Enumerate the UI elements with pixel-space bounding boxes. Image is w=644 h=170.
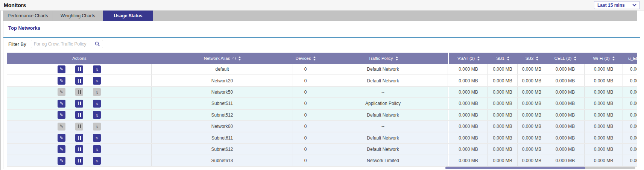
edit-button[interactable]: ✎ [58,145,65,153]
actions-cell: ✎ ↑↓ [7,121,152,132]
page-title: Monitors [4,2,26,8]
pause-icon [78,67,81,71]
devices-cell: 0 [293,75,318,86]
table-row: ✎ ↑↓ Network60 0 -- 0.000 MB0.000 MB0.00… [7,121,637,132]
tab-weighting-charts[interactable]: Weighting Charts [53,11,103,21]
devices-cell: 0 [293,98,318,109]
pause-button[interactable] [75,145,83,153]
metric-cells: 0.000 MB0.000 MB0.000 MB0.000 MB0.000 MB… [449,64,637,74]
usage-cell: 0.000 MB [585,64,623,74]
pause-icon [78,79,81,83]
pause-icon [78,113,81,117]
edit-button[interactable]: ✎ [58,111,65,119]
updown-button[interactable]: ↑↓ [93,88,101,96]
metric-cells: 0.000 MB0.000 MB0.000 MB0.000 MB0.000 MB… [449,75,637,86]
usage-cell: 0.000 MB [623,121,637,132]
table-row: ✎ ↑↓ Subnet512 0 Default Network 0.000 M… [7,110,637,121]
top-networks-table: Actions Network Alias Devices Traffic Po… [7,53,637,167]
pause-button[interactable] [75,111,83,119]
pause-button[interactable] [75,100,83,108]
updown-button[interactable]: ↑↓ [93,123,101,131]
sort-arrows-icon[interactable] [536,56,538,61]
pause-button[interactable] [75,134,83,142]
filter-input-box [31,40,103,48]
pause-button[interactable] [75,88,83,96]
edit-button[interactable]: ✎ [58,77,65,85]
pause-button[interactable] [75,123,83,131]
filter-label: Filter By [8,41,26,47]
chevron-down-icon [632,4,636,6]
up-down-icon: ↑↓ [95,113,99,117]
filter-input[interactable] [34,41,95,47]
sort-arrows-icon[interactable] [507,56,509,61]
tab-performance-charts[interactable]: Performance Charts [3,11,53,21]
usage-cell: 0.000 MB [449,121,488,132]
usage-cell: 0.000 MB [449,110,488,120]
usage-cell: 0.000 MB [488,75,518,86]
refresh-icon[interactable] [232,56,237,61]
column-header-metric[interactable]: SB1 [488,53,518,64]
edit-button[interactable]: ✎ [58,65,65,73]
sort-arrows-icon[interactable] [396,56,398,61]
time-range-value: Last 15 mins [597,3,625,8]
metric-cells: 0.000 MB0.000 MB0.000 MB0.000 MB0.000 MB… [449,144,637,155]
column-header-traffic-policy[interactable]: Traffic Policy [318,53,448,64]
usage-cell: 0.000 MB [585,121,623,132]
updown-button[interactable]: ↑↓ [93,134,101,142]
horizontal-scrollbar[interactable] [445,167,635,169]
usage-cell: 0.000 MB [546,121,585,132]
usage-cell: 0.000 MB [623,144,637,155]
edit-button[interactable]: ✎ [58,88,65,96]
traffic-policy-cell: Default Network [318,132,448,143]
pause-button[interactable] [75,65,83,73]
actions-cell: ✎ ↑↓ [7,64,152,74]
column-header-metric[interactable]: SB2 [518,53,546,64]
usage-cell: 0.000 MB [518,64,546,74]
sort-arrows-icon[interactable] [612,56,615,61]
network-alias-cell: default [152,64,293,74]
devices-cell: 0 [293,87,318,97]
time-range-select[interactable]: Last 15 mins [594,1,640,9]
edit-button[interactable]: ✎ [58,134,65,142]
updown-button[interactable]: ↑↓ [93,157,101,165]
column-header-metric[interactable]: CELL (2) [546,53,585,64]
updown-button[interactable]: ↑↓ [93,145,101,153]
edit-button[interactable]: ✎ [58,100,65,108]
traffic-policy-cell: -- [318,87,448,97]
edit-button[interactable]: ✎ [58,123,65,131]
pause-button[interactable] [75,77,83,85]
pause-icon [78,147,81,151]
column-header-metric[interactable]: VSAT (2) [449,53,488,64]
usage-cell: 0.000 MB [585,110,623,120]
table-row: ✎ ↑↓ Subnet511 0 Application Policy 0.00… [7,98,637,109]
usage-cell: 0.000 MB [623,98,637,109]
sort-arrows-icon[interactable] [477,56,480,61]
table-row: ✎ ↑↓ default 0 Default Network 0.000 MB0… [7,64,637,75]
usage-cell: 0.000 MB [623,110,637,120]
usage-cell: 0.000 MB [488,87,518,97]
horizontal-scrollbar-thumb[interactable] [445,167,585,169]
usage-cell: 0.000 MB [546,132,585,143]
updown-button[interactable]: ↑↓ [93,100,101,108]
usage-cell: 0.000 MB [488,110,518,120]
updown-button[interactable]: ↑↓ [93,77,101,85]
column-header-metric[interactable]: Wi-Fi (2) [585,53,623,64]
usage-cell: 0.000 MB [623,75,637,86]
column-header-metric[interactable]: u_Et [623,53,637,64]
usage-cell: 0.000 MB [518,75,546,86]
column-header-network-alias[interactable]: Network Alias [152,53,293,64]
updown-button[interactable]: ↑↓ [93,111,101,119]
column-header-devices[interactable]: Devices [293,53,318,64]
usage-cell: 0.000 MB [546,75,585,86]
search-icon[interactable] [95,41,100,47]
edit-button[interactable]: ✎ [58,157,65,165]
tab-usage-status[interactable]: Usage Status [103,11,153,21]
sort-arrows-icon[interactable] [238,56,241,61]
sort-arrows-icon[interactable] [313,56,316,61]
table-row: ✎ ↑↓ Subnet611 0 Default Network 0.000 M… [7,132,637,144]
sort-arrows-icon[interactable] [574,56,576,61]
usage-cell: 0.000 MB [585,98,623,109]
updown-button[interactable]: ↑↓ [93,65,101,73]
pause-button[interactable] [75,157,83,165]
panel-title-underline [3,37,640,38]
